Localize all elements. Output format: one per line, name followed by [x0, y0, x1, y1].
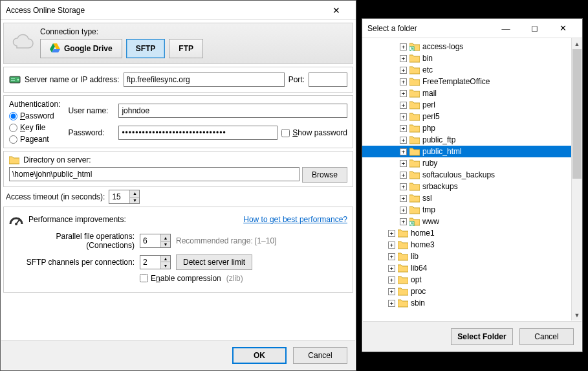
folder-icon [398, 240, 408, 249]
auth-keyfile-radio[interactable]: Key file [9, 123, 60, 132]
tree-item[interactable]: +ruby [362, 157, 582, 169]
folder-icon [409, 54, 420, 63]
scroll-thumb[interactable] [572, 49, 582, 179]
tree-item[interactable]: +opt [362, 274, 582, 286]
tree-item[interactable]: +access-logs [362, 41, 582, 52]
maximize-button[interactable]: ◻ [520, 19, 549, 38]
tree-item[interactable]: +ssl [362, 192, 582, 204]
expand-icon[interactable]: + [400, 160, 407, 167]
auth-pageant-radio[interactable]: Pageant [9, 135, 60, 144]
tree-item-label: bin [422, 54, 437, 63]
folder-icon [409, 124, 420, 133]
port-input[interactable] [309, 73, 347, 87]
parallel-spinner[interactable]: ▲▼ [140, 234, 171, 248]
channels-spinner[interactable]: ▲▼ [140, 255, 171, 269]
tree-item[interactable]: +perl [362, 99, 582, 111]
expand-icon[interactable]: + [388, 288, 395, 295]
tree-item-label: etc [422, 65, 437, 74]
spin-down-icon[interactable]: ▼ [160, 262, 170, 269]
close-button[interactable]: ✕ [322, 1, 351, 19]
expand-icon[interactable]: + [388, 276, 395, 284]
cancel-button[interactable]: Cancel [519, 328, 574, 345]
tree-item[interactable]: +srbackups [362, 181, 582, 192]
spin-down-icon[interactable]: ▼ [129, 197, 139, 204]
sftp-button[interactable]: SFTP [126, 39, 166, 58]
show-password-checkbox[interactable]: Show password [281, 128, 347, 137]
tree-item[interactable]: +home3 [362, 239, 582, 251]
tree-item[interactable]: +public_ftp [362, 134, 582, 146]
tree-item[interactable]: +home1 [362, 227, 582, 239]
tree-item[interactable]: +perl5 [362, 111, 582, 122]
tree-item[interactable]: +sbin [362, 297, 582, 309]
tree-item[interactable]: +lib [362, 251, 582, 262]
expand-icon[interactable]: + [388, 253, 395, 260]
expand-icon[interactable]: + [400, 55, 407, 62]
spin-up-icon[interactable]: ▲ [160, 256, 170, 263]
expand-icon[interactable]: + [400, 207, 407, 214]
expand-icon[interactable]: + [400, 67, 407, 74]
tree-item[interactable]: +etc [362, 64, 582, 76]
expand-icon[interactable]: + [400, 43, 407, 51]
close-button[interactable]: ✕ [549, 19, 577, 38]
tree-item[interactable]: +lib64 [362, 262, 582, 274]
tree-item[interactable]: +FreeTemplateOffice [362, 76, 582, 87]
tree-item[interactable]: +bin [362, 52, 582, 64]
performance-section: Performance improvements: How to get bes… [3, 207, 353, 293]
expand-icon[interactable]: + [388, 230, 395, 237]
browse-button[interactable]: Browse [302, 167, 347, 183]
auth-password-radio[interactable]: Password [9, 111, 60, 120]
expand-icon[interactable]: + [388, 265, 395, 272]
select-folder-button[interactable]: Select Folder [451, 328, 513, 345]
performance-help-link[interactable]: How to get best performance? [243, 215, 347, 224]
tree-item[interactable]: +public_html [362, 146, 582, 157]
scroll-down-icon[interactable]: ▼ [572, 309, 582, 320]
enable-compression-checkbox[interactable]: Enable compression [140, 274, 221, 283]
username-input[interactable] [118, 104, 347, 118]
spin-down-icon[interactable]: ▼ [160, 242, 170, 248]
expand-icon[interactable]: + [400, 90, 407, 97]
tree-item[interactable]: +softaculous_backups [362, 169, 582, 181]
password-input[interactable] [118, 126, 278, 140]
expand-icon[interactable]: + [400, 102, 407, 109]
folder-icon [9, 155, 19, 164]
tree-item[interactable]: +proc [362, 286, 582, 297]
expand-icon[interactable]: + [400, 148, 407, 155]
detect-server-limit-button[interactable]: Detect server limit [176, 254, 252, 270]
server-input[interactable] [124, 73, 285, 87]
cancel-button[interactable]: Cancel [293, 347, 347, 364]
spin-up-icon[interactable]: ▲ [160, 234, 170, 242]
expand-icon[interactable]: + [400, 137, 407, 144]
expand-icon[interactable]: + [388, 242, 395, 249]
connection-type-label: Connection type: [40, 27, 203, 36]
scrollbar[interactable]: ▲ ▼ [571, 38, 582, 320]
scroll-up-icon[interactable]: ▲ [572, 38, 582, 49]
expand-icon[interactable]: + [400, 125, 407, 132]
folder-icon [409, 182, 420, 191]
folder-tree[interactable]: +access-logs+bin+etc+FreeTemplateOffice+… [362, 38, 582, 320]
expand-icon[interactable]: + [400, 113, 407, 120]
tree-item[interactable]: +mail [362, 87, 582, 99]
expand-icon[interactable]: + [388, 300, 395, 307]
tree-item[interactable]: +www [362, 216, 582, 227]
minimize-button[interactable]: — [492, 19, 520, 38]
folder-icon [398, 275, 408, 284]
cloud-icon [9, 34, 35, 52]
ftp-button[interactable]: FTP [169, 39, 203, 58]
timeout-spinner[interactable]: ▲▼ [109, 190, 140, 204]
folder-icon [409, 205, 420, 214]
tree-item-label: www [422, 217, 443, 226]
svg-point-8 [15, 223, 17, 225]
tree-item[interactable]: +php [362, 122, 582, 134]
google-drive-button[interactable]: Google Drive [40, 39, 122, 58]
expand-icon[interactable]: + [400, 218, 407, 225]
tree-item[interactable]: +tmp [362, 204, 582, 216]
google-drive-icon [50, 43, 60, 54]
spin-up-icon[interactable]: ▲ [129, 190, 139, 197]
expand-icon[interactable]: + [400, 195, 407, 202]
directory-input[interactable] [9, 167, 299, 181]
expand-icon[interactable]: + [400, 172, 407, 179]
ok-button[interactable]: OK [232, 347, 287, 364]
expand-icon[interactable]: + [400, 78, 407, 85]
expand-icon[interactable]: + [400, 183, 407, 190]
connection-type-section: Connection type: Google Drive SFTP FTP [3, 23, 353, 64]
